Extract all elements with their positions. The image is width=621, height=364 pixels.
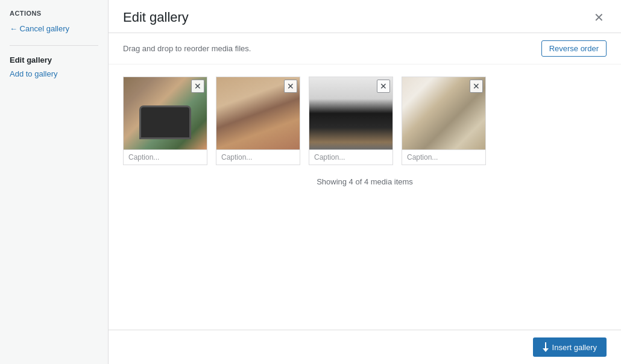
drag-hint-text: Drag and drop to reorder media files. (123, 44, 251, 53)
caption-input-2[interactable] (216, 149, 300, 165)
gallery-item: ✕ (216, 77, 300, 165)
sidebar-divider (10, 45, 98, 46)
sidebar: Actions ← Cancel gallery Edit gallery Ad… (0, 0, 109, 364)
edit-gallery-sidebar-label: Edit gallery (10, 55, 98, 64)
remove-item-1-button[interactable]: ✕ (191, 80, 204, 93)
add-to-gallery-link[interactable]: Add to gallery (10, 69, 58, 78)
close-button[interactable]: ✕ (591, 11, 607, 24)
caption-input-1[interactable] (124, 149, 207, 165)
page-title: Edit gallery (123, 10, 189, 25)
gallery-content: ✕ ✕ ✕ ✕ Showing 4 of 4 media (109, 64, 621, 330)
gallery-grid: ✕ ✕ ✕ ✕ (123, 77, 607, 165)
insert-gallery-button[interactable]: Insert gallery (533, 337, 607, 357)
gallery-item: ✕ (402, 77, 486, 165)
main-header: Edit gallery ✕ (109, 0, 621, 33)
caption-input-4[interactable] (402, 149, 485, 165)
remove-item-2-button[interactable]: ✕ (284, 80, 297, 93)
reverse-order-button[interactable]: Reverse order (541, 40, 607, 57)
remove-item-4-button[interactable]: ✕ (470, 80, 483, 93)
arrow-down-icon (543, 342, 549, 352)
insert-gallery-label: Insert gallery (552, 343, 597, 352)
actions-label: Actions (10, 10, 98, 17)
gallery-item: ✕ (309, 77, 393, 165)
remove-item-3-button[interactable]: ✕ (377, 80, 390, 93)
main-panel: Edit gallery ✕ Drag and drop to reorder … (109, 0, 621, 364)
gallery-item: ✕ (123, 77, 207, 165)
cancel-gallery-link[interactable]: ← Cancel gallery (10, 24, 98, 33)
showing-text: Showing 4 of 4 media items (123, 177, 607, 186)
toolbar: Drag and drop to reorder media files. Re… (109, 33, 621, 64)
caption-input-3[interactable] (309, 149, 392, 165)
main-footer: Insert gallery (109, 330, 621, 364)
